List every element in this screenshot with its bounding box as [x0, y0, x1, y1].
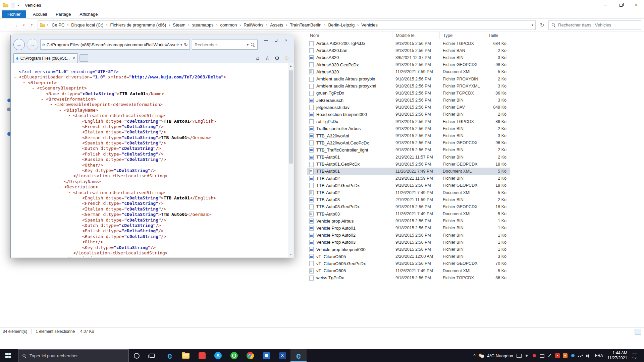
taskbar-search-box[interactable]: Taper ici pour rechercher: [18, 349, 129, 362]
maximize-button[interactable]: [613, 0, 629, 10]
file-row[interactable]: AirbusA3203/6/2021 12:37 PMFichier BIN3 …: [307, 54, 510, 61]
recent-locations-chevron-icon[interactable]: ▾: [21, 21, 26, 29]
scroll-down-icon[interactable]: ▼: [288, 252, 293, 257]
xml-collapse-marker[interactable]: -: [14, 74, 19, 80]
scrollbar-thumb[interactable]: [289, 70, 293, 164]
breadcrumb-chevron-icon[interactable]: ›: [67, 23, 69, 27]
file-row[interactable]: gruen.TgPcDx9/18/2015 2:56 PMFichier TGP…: [307, 89, 510, 97]
ie-scrollbar[interactable]: ▲ ▼: [288, 63, 293, 257]
breadcrumb-item[interactable]: Steam: [171, 22, 187, 28]
orange-badge-icon[interactable]: [563, 353, 568, 358]
action-center-icon[interactable]: [632, 354, 637, 358]
ie-close-button[interactable]: ×: [281, 37, 291, 44]
file-row[interactable]: Airbus A320-200.TgPcDx9/18/2015 2:56 PMF…: [307, 40, 510, 47]
breadcrumb-chevron-icon[interactable]: ›: [357, 23, 359, 27]
ie-favorites-icon[interactable]: ☆: [263, 54, 272, 62]
file-row[interactable]: TTB-Auto0211/26/2021 7:49 PMDocument XML…: [307, 189, 510, 196]
menu-tab-accueil[interactable]: Accueil: [29, 10, 51, 18]
address-bar[interactable]: › Ce PC›Disque local (C:)›Fichiers de pr…: [38, 20, 536, 30]
breadcrumb-item[interactable]: TrainTeamBerlin: [288, 22, 323, 28]
forward-button[interactable]: →: [12, 21, 20, 29]
file-row[interactable]: vT_CitaroO50511/26/2021 7:49 PMDocument …: [307, 267, 510, 274]
file-row[interactable]: rot.TgPcDx9/18/2015 2:56 PMFichier TGPCD…: [307, 118, 510, 125]
taskbar-app-skype[interactable]: S: [210, 349, 226, 362]
file-row[interactable]: vT_CitaroO505.GeoPcDx9/18/2015 2:56 PMFi…: [307, 260, 510, 267]
volume-icon[interactable]: [586, 353, 591, 358]
breadcrumb-chevron-icon[interactable]: ›: [266, 23, 268, 27]
ie-home-icon[interactable]: ⌂: [253, 54, 262, 62]
taskbar-app-app-blue[interactable]: [258, 349, 274, 362]
ie-minimize-button[interactable]: [261, 37, 271, 44]
xml-collapse-marker[interactable]: -: [41, 97, 46, 102]
display-icon[interactable]: [517, 353, 521, 358]
taskbar-app-internet-explorer[interactable]: e: [290, 349, 307, 362]
taskbar-app-app-x[interactable]: X: [274, 349, 290, 362]
menu-tab-partage[interactable]: Partage: [51, 10, 75, 18]
ie-new-tab-button[interactable]: [79, 54, 88, 62]
red-circle-icon[interactable]: [532, 353, 537, 358]
breadcrumb-chevron-icon[interactable]: ›: [47, 23, 49, 27]
file-row[interactable]: TTB_A320woAni9/18/2015 2:56 PMFichier BI…: [307, 132, 510, 139]
ie-refresh-icon[interactable]: ↻: [184, 42, 188, 47]
file-row[interactable]: TTB_TrafficController_light9/18/2015 2:5…: [307, 146, 510, 154]
breadcrumb-chevron-icon[interactable]: ›: [324, 23, 326, 27]
xml-collapse-marker[interactable]: -: [59, 108, 64, 113]
breadcrumb-item[interactable]: Berlin-Leipzig: [327, 22, 357, 28]
breadcrumb-chevron-icon[interactable]: ›: [168, 23, 170, 27]
breadcrumb-item[interactable]: steamapps: [191, 22, 215, 28]
ie-search-box[interactable]: Rechercher... ▾: [192, 40, 258, 50]
xml-collapse-marker[interactable]: -: [32, 85, 37, 91]
weather-widget[interactable]: 4°C Nuageux: [479, 353, 513, 358]
xml-collapse-marker[interactable]: -: [68, 113, 73, 118]
file-row[interactable]: TTB-Auto032/19/2021 11:59 PMFichier BIN2…: [307, 196, 510, 203]
taskbar-app-chrome[interactable]: [242, 349, 258, 362]
file-row[interactable]: TTB_A320woAni.GeoPcDx9/18/2015 2:56 PMFi…: [307, 139, 510, 146]
file-row[interactable]: TTB-Auto02.GeoPcDx9/18/2015 2:56 PMFichi…: [307, 182, 510, 189]
cortana-button[interactable]: [129, 349, 144, 362]
ie-search-icon[interactable]: [251, 43, 255, 47]
start-button[interactable]: [0, 349, 16, 362]
battery-icon[interactable]: [540, 353, 544, 358]
file-row[interactable]: AirbusA32011/26/2021 7:59 PMDocument XML…: [307, 68, 510, 75]
blue-dot-icon[interactable]: [571, 353, 575, 358]
column-header-type[interactable]: Type: [439, 32, 485, 39]
menu-tab-fichier[interactable]: Fichier: [2, 10, 26, 18]
file-row[interactable]: Ambient audio Airbus.proxybin9/18/2015 2…: [307, 75, 510, 82]
details-view-button[interactable]: [635, 329, 641, 335]
file-row[interactable]: TTB-Auto03.GeoPcDx9/18/2015 2:56 PMFichi…: [307, 203, 510, 210]
file-row[interactable]: TTB-Auto0311/26/2021 7:49 PMDocument XML…: [307, 210, 510, 218]
breadcrumb-chevron-icon[interactable]: ›: [188, 23, 190, 27]
minimize-button[interactable]: [598, 0, 613, 10]
taskbar-app-whatsapp[interactable]: [226, 349, 242, 362]
breadcrumb-item[interactable]: Assets: [268, 22, 285, 28]
xml-collapse-marker[interactable]: -: [23, 80, 28, 85]
taskbar-app-app-red[interactable]: [194, 349, 210, 362]
file-row[interactable]: JetGeraeusch9/18/2015 2:56 PMFichier BIN…: [307, 97, 510, 104]
ie-feedback-icon[interactable]: ☺: [282, 54, 291, 62]
quick-access-button-icon[interactable]: [11, 3, 15, 7]
breadcrumb-item[interactable]: Vehicles: [360, 22, 379, 28]
scroll-up-icon[interactable]: ▲: [288, 63, 293, 69]
file-row[interactable]: weiss.TgPcDx9/18/2015 2:56 PMFichier TGP…: [307, 274, 510, 281]
file-row[interactable]: Vehicle prop Airbus9/18/2015 2:56 PMFich…: [307, 218, 510, 225]
file-row[interactable]: Vehicle prop blueprint0009/18/2015 2:56 …: [307, 246, 510, 253]
xml-collapse-marker[interactable]: -: [59, 184, 64, 190]
ie-back-button[interactable]: ←: [13, 39, 25, 50]
file-row[interactable]: TTB-Auto012/19/2021 11:57 PMFichier BIN2…: [307, 154, 510, 161]
menu-tab-affichage[interactable]: Affichage: [75, 10, 102, 18]
file-row[interactable]: Road section blueprint0009/18/2015 2:56 …: [307, 111, 510, 118]
address-dropdown-icon[interactable]: ▾: [532, 23, 533, 27]
ie-settings-icon[interactable]: ⚙: [273, 54, 281, 62]
ie-address-bar[interactable]: e C:\Program Files (x86)\Steam\steamapps…: [40, 40, 190, 50]
file-row[interactable]: Ambient audio Airbus.proxyxml9/18/2015 2…: [307, 82, 510, 89]
clock[interactable]: 1:44 AM 11/27/2021: [607, 351, 627, 361]
back-button[interactable]: ←: [2, 21, 10, 29]
file-row[interactable]: AirbusA320.ban9/18/2015 2:56 PMFichier B…: [307, 47, 510, 54]
file-row[interactable]: vT_CitaroO5052/20/2021 12:00 AMFichier B…: [307, 253, 510, 260]
dot-icon[interactable]: [524, 353, 529, 358]
ie-maximize-button[interactable]: [271, 37, 281, 44]
file-row[interactable]: TTB-Auto0111/26/2021 7:49 PMDocument XML…: [307, 168, 510, 175]
breadcrumb-chevron-icon[interactable]: ›: [239, 23, 241, 27]
list-view-button[interactable]: [627, 329, 634, 335]
breadcrumb-item[interactable]: Disque local (C:): [69, 22, 105, 28]
